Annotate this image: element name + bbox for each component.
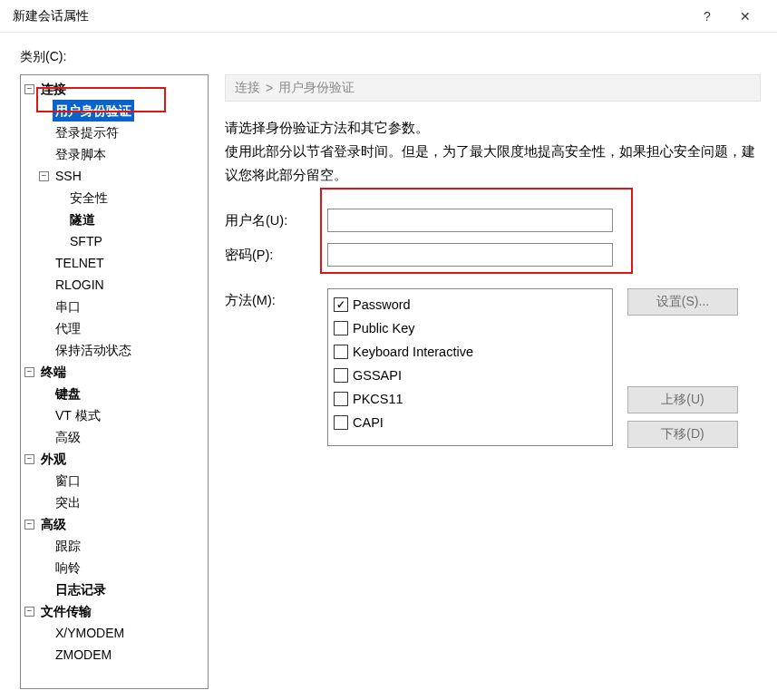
checkbox-icon[interactable] xyxy=(334,392,348,406)
breadcrumb-conn: 连接 xyxy=(235,80,260,96)
checkbox-icon[interactable] xyxy=(334,297,348,312)
method-item-pkcs11[interactable]: PKCS11 xyxy=(334,387,607,411)
method-item-gssapi[interactable]: GSSAPI xyxy=(334,364,607,387)
checkbox-icon[interactable] xyxy=(334,368,348,383)
tree-item-serial[interactable]: 串口 xyxy=(53,296,83,317)
tree-item-login-script[interactable]: 登录脚本 xyxy=(53,143,109,165)
close-button[interactable]: ✕ xyxy=(726,0,764,33)
tree-item-telnet[interactable]: TELNET xyxy=(53,252,107,274)
tree-item-window[interactable]: 窗口 xyxy=(53,470,83,491)
tree-item-connection[interactable]: 连接 xyxy=(38,78,69,100)
tree-item-terminal-advanced[interactable]: 高级 xyxy=(53,426,83,448)
method-item-capi[interactable]: CAPI xyxy=(334,411,607,434)
method-item-kbdint[interactable]: Keyboard Interactive xyxy=(334,340,607,364)
tree-item-rlogin[interactable]: RLOGIN xyxy=(53,274,107,296)
expander-icon[interactable]: − xyxy=(24,607,34,617)
category-tree[interactable]: − 连接 用户身份验证 登录提示符 登录脚本 − xyxy=(20,74,209,689)
tree-item-proxy[interactable]: 代理 xyxy=(53,317,83,339)
tree-item-user-auth[interactable]: 用户身份验证 xyxy=(53,100,134,122)
breadcrumb: 连接 > 用户身份验证 xyxy=(225,74,761,102)
move-up-button[interactable]: 上移(U) xyxy=(627,386,738,413)
tree-item-sftp[interactable]: SFTP xyxy=(67,230,105,252)
tree-item-bell[interactable]: 响铃 xyxy=(53,557,83,578)
tree-item-keyboard[interactable]: 键盘 xyxy=(53,383,83,404)
tree-item-vt-mode[interactable]: VT 模式 xyxy=(53,404,103,426)
expander-icon[interactable]: − xyxy=(24,367,34,377)
tree-item-advanced[interactable]: 高级 xyxy=(38,513,69,535)
checkbox-icon[interactable] xyxy=(334,345,348,359)
tree-item-highlight[interactable]: 突出 xyxy=(53,491,83,513)
breadcrumb-sep: > xyxy=(266,81,273,95)
expander-icon[interactable]: − xyxy=(24,454,34,464)
tree-item-keepalive[interactable]: 保持活动状态 xyxy=(53,339,134,361)
tree-item-zmodem[interactable]: ZMODEM xyxy=(53,644,114,666)
titlebar: 新建会话属性 ? ✕ xyxy=(0,0,777,33)
settings-button[interactable]: 设置(S)... xyxy=(627,288,738,316)
method-item-publickey[interactable]: Public Key xyxy=(334,316,607,340)
username-label: 用户名(U): xyxy=(225,212,327,229)
checkbox-icon[interactable] xyxy=(334,415,348,430)
content-panel: 连接 > 用户身份验证 请选择身份验证方法和其它参数。 使用此部分以节省登录时间… xyxy=(209,74,777,700)
tree-item-log[interactable]: 日志记录 xyxy=(53,578,109,600)
expander-icon[interactable]: − xyxy=(24,84,34,94)
expander-icon[interactable]: − xyxy=(24,520,34,530)
tree-item-login-prompt[interactable]: 登录提示符 xyxy=(53,122,121,143)
tree-item-file-transfer[interactable]: 文件传输 xyxy=(38,600,94,622)
tree-item-ssh[interactable]: SSH xyxy=(53,165,84,187)
tree-item-tunnel[interactable]: 隧道 xyxy=(67,209,98,230)
method-label: 方法(M): xyxy=(225,288,327,309)
tree-item-security[interactable]: 安全性 xyxy=(67,187,111,209)
expander-icon[interactable]: − xyxy=(39,171,49,181)
username-input[interactable] xyxy=(327,209,613,232)
move-down-button[interactable]: 下移(D) xyxy=(627,421,738,448)
tree-item-appearance[interactable]: 外观 xyxy=(38,448,69,470)
tree-item-xymodem[interactable]: X/YMODEM xyxy=(53,622,127,644)
tree-item-terminal[interactable]: 终端 xyxy=(38,361,69,383)
help-button[interactable]: ? xyxy=(688,0,726,33)
category-label: 类别(C): xyxy=(20,49,777,65)
window-title: 新建会话属性 xyxy=(13,8,89,24)
checkbox-icon[interactable] xyxy=(334,321,348,335)
password-label: 密码(P): xyxy=(225,247,327,264)
tree-item-trace[interactable]: 跟踪 xyxy=(53,535,83,557)
method-item-password[interactable]: Password xyxy=(334,293,607,316)
password-input[interactable] xyxy=(327,243,613,267)
method-list[interactable]: Password Public Key Keyboard Interactive… xyxy=(327,288,613,446)
breadcrumb-auth: 用户身份验证 xyxy=(278,80,355,96)
description-text: 请选择身份验证方法和其它参数。 使用此部分以节省登录时间。但是，为了最大限度地提… xyxy=(225,116,761,187)
